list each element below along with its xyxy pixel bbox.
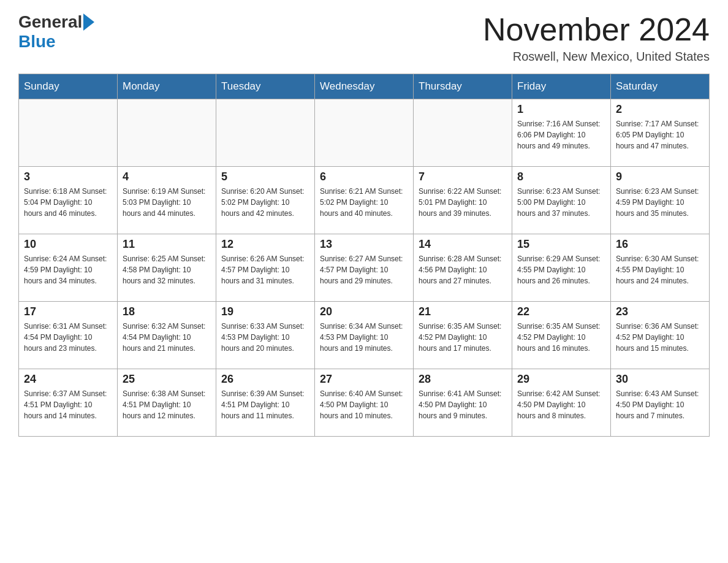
day-number: 24 xyxy=(24,373,112,386)
title-section: November 2024 Roswell, New Mexico, Unite… xyxy=(483,12,710,64)
calendar-cell: 1Sunrise: 7:16 AM Sunset: 6:06 PM Daylig… xyxy=(512,99,611,167)
day-of-week-header: Tuesday xyxy=(216,74,315,99)
day-info: Sunrise: 6:36 AM Sunset: 4:52 PM Dayligh… xyxy=(616,321,704,354)
day-number: 2 xyxy=(616,103,704,116)
day-info: Sunrise: 6:31 AM Sunset: 4:54 PM Dayligh… xyxy=(24,321,112,354)
calendar-cell: 2Sunrise: 7:17 AM Sunset: 6:05 PM Daylig… xyxy=(611,99,710,167)
calendar-cell: 15Sunrise: 6:29 AM Sunset: 4:55 PM Dayli… xyxy=(512,234,611,302)
logo: General Blue xyxy=(18,12,94,52)
calendar-cell: 6Sunrise: 6:21 AM Sunset: 5:02 PM Daylig… xyxy=(315,167,414,234)
day-info: Sunrise: 6:38 AM Sunset: 4:51 PM Dayligh… xyxy=(123,388,211,421)
day-number: 25 xyxy=(123,373,211,386)
calendar-cell: 30Sunrise: 6:43 AM Sunset: 4:50 PM Dayli… xyxy=(611,369,710,437)
day-info: Sunrise: 6:33 AM Sunset: 4:53 PM Dayligh… xyxy=(221,321,309,354)
day-info: Sunrise: 6:29 AM Sunset: 4:55 PM Dayligh… xyxy=(517,253,605,286)
calendar-cell: 27Sunrise: 6:40 AM Sunset: 4:50 PM Dayli… xyxy=(315,369,414,437)
day-number: 10 xyxy=(24,238,112,251)
calendar-cell: 18Sunrise: 6:32 AM Sunset: 4:54 PM Dayli… xyxy=(118,302,216,369)
calendar-cell: 13Sunrise: 6:27 AM Sunset: 4:57 PM Dayli… xyxy=(315,234,414,302)
day-info: Sunrise: 6:25 AM Sunset: 4:58 PM Dayligh… xyxy=(123,253,211,286)
calendar-cell: 16Sunrise: 6:30 AM Sunset: 4:55 PM Dayli… xyxy=(611,234,710,302)
month-title: November 2024 xyxy=(483,12,710,47)
day-number: 1 xyxy=(517,103,605,116)
day-number: 6 xyxy=(320,170,408,183)
calendar-cell: 19Sunrise: 6:33 AM Sunset: 4:53 PM Dayli… xyxy=(216,302,315,369)
calendar-cell xyxy=(118,99,216,167)
day-info: Sunrise: 6:18 AM Sunset: 5:04 PM Dayligh… xyxy=(24,186,112,219)
calendar-cell: 9Sunrise: 6:23 AM Sunset: 4:59 PM Daylig… xyxy=(611,167,710,234)
day-info: Sunrise: 6:42 AM Sunset: 4:50 PM Dayligh… xyxy=(517,388,605,421)
calendar-week-row: 3Sunrise: 6:18 AM Sunset: 5:04 PM Daylig… xyxy=(19,167,710,234)
day-number: 7 xyxy=(419,170,507,183)
day-number: 30 xyxy=(616,373,704,386)
logo-blue-text: Blue xyxy=(18,32,56,52)
day-number: 22 xyxy=(517,305,605,318)
calendar-cell: 24Sunrise: 6:37 AM Sunset: 4:51 PM Dayli… xyxy=(19,369,118,437)
calendar-cell: 22Sunrise: 6:35 AM Sunset: 4:52 PM Dayli… xyxy=(512,302,611,369)
calendar-table: SundayMondayTuesdayWednesdayThursdayFrid… xyxy=(18,74,710,437)
calendar-cell: 14Sunrise: 6:28 AM Sunset: 4:56 PM Dayli… xyxy=(414,234,512,302)
calendar-cell: 29Sunrise: 6:42 AM Sunset: 4:50 PM Dayli… xyxy=(512,369,611,437)
calendar-cell: 21Sunrise: 6:35 AM Sunset: 4:52 PM Dayli… xyxy=(414,302,512,369)
calendar-cell xyxy=(19,99,118,167)
calendar-cell: 11Sunrise: 6:25 AM Sunset: 4:58 PM Dayli… xyxy=(118,234,216,302)
page-header: General Blue November 2024 Roswell, New … xyxy=(18,12,710,64)
day-info: Sunrise: 6:32 AM Sunset: 4:54 PM Dayligh… xyxy=(123,321,211,354)
day-number: 8 xyxy=(517,170,605,183)
day-info: Sunrise: 6:35 AM Sunset: 4:52 PM Dayligh… xyxy=(517,321,605,354)
calendar-cell: 23Sunrise: 6:36 AM Sunset: 4:52 PM Dayli… xyxy=(611,302,710,369)
day-info: Sunrise: 6:41 AM Sunset: 4:50 PM Dayligh… xyxy=(419,388,507,421)
calendar-cell: 5Sunrise: 6:20 AM Sunset: 5:02 PM Daylig… xyxy=(216,167,315,234)
day-number: 19 xyxy=(221,305,309,318)
day-info: Sunrise: 6:27 AM Sunset: 4:57 PM Dayligh… xyxy=(320,253,408,286)
calendar-cell: 25Sunrise: 6:38 AM Sunset: 4:51 PM Dayli… xyxy=(118,369,216,437)
day-info: Sunrise: 6:30 AM Sunset: 4:55 PM Dayligh… xyxy=(616,253,704,286)
day-number: 14 xyxy=(419,238,507,251)
day-info: Sunrise: 6:20 AM Sunset: 5:02 PM Dayligh… xyxy=(221,186,309,219)
calendar-cell: 8Sunrise: 6:23 AM Sunset: 5:00 PM Daylig… xyxy=(512,167,611,234)
day-info: Sunrise: 6:19 AM Sunset: 5:03 PM Dayligh… xyxy=(123,186,211,219)
calendar-cell: 17Sunrise: 6:31 AM Sunset: 4:54 PM Dayli… xyxy=(19,302,118,369)
day-number: 4 xyxy=(123,170,211,183)
day-number: 3 xyxy=(24,170,112,183)
calendar-cell xyxy=(414,99,512,167)
day-of-week-header: Thursday xyxy=(414,74,512,99)
day-number: 16 xyxy=(616,238,704,251)
day-number: 18 xyxy=(123,305,211,318)
day-info: Sunrise: 6:37 AM Sunset: 4:51 PM Dayligh… xyxy=(24,388,112,421)
calendar-cell: 12Sunrise: 6:26 AM Sunset: 4:57 PM Dayli… xyxy=(216,234,315,302)
day-number: 9 xyxy=(616,170,704,183)
logo-general-text: General xyxy=(18,12,82,32)
day-info: Sunrise: 6:23 AM Sunset: 5:00 PM Dayligh… xyxy=(517,186,605,219)
day-of-week-header: Friday xyxy=(512,74,611,99)
day-info: Sunrise: 6:26 AM Sunset: 4:57 PM Dayligh… xyxy=(221,253,309,286)
calendar-week-row: 10Sunrise: 6:24 AM Sunset: 4:59 PM Dayli… xyxy=(19,234,710,302)
calendar-cell: 4Sunrise: 6:19 AM Sunset: 5:03 PM Daylig… xyxy=(118,167,216,234)
calendar-cell: 7Sunrise: 6:22 AM Sunset: 5:01 PM Daylig… xyxy=(414,167,512,234)
calendar-cell xyxy=(315,99,414,167)
day-info: Sunrise: 6:24 AM Sunset: 4:59 PM Dayligh… xyxy=(24,253,112,286)
day-info: Sunrise: 6:40 AM Sunset: 4:50 PM Dayligh… xyxy=(320,388,408,421)
day-info: Sunrise: 6:34 AM Sunset: 4:53 PM Dayligh… xyxy=(320,321,408,354)
day-of-week-header: Sunday xyxy=(19,74,118,99)
day-of-week-header: Monday xyxy=(118,74,216,99)
day-number: 20 xyxy=(320,305,408,318)
day-info: Sunrise: 6:22 AM Sunset: 5:01 PM Dayligh… xyxy=(419,186,507,219)
day-info: Sunrise: 6:43 AM Sunset: 4:50 PM Dayligh… xyxy=(616,388,704,421)
day-number: 28 xyxy=(419,373,507,386)
day-number: 29 xyxy=(517,373,605,386)
day-info: Sunrise: 7:17 AM Sunset: 6:05 PM Dayligh… xyxy=(616,118,704,151)
day-number: 27 xyxy=(320,373,408,386)
day-info: Sunrise: 6:23 AM Sunset: 4:59 PM Dayligh… xyxy=(616,186,704,219)
day-info: Sunrise: 6:21 AM Sunset: 5:02 PM Dayligh… xyxy=(320,186,408,219)
day-number: 11 xyxy=(123,238,211,251)
calendar-header-row: SundayMondayTuesdayWednesdayThursdayFrid… xyxy=(19,74,710,99)
calendar-week-row: 24Sunrise: 6:37 AM Sunset: 4:51 PM Dayli… xyxy=(19,369,710,437)
day-info: Sunrise: 6:28 AM Sunset: 4:56 PM Dayligh… xyxy=(419,253,507,286)
day-info: Sunrise: 6:35 AM Sunset: 4:52 PM Dayligh… xyxy=(419,321,507,354)
day-of-week-header: Wednesday xyxy=(315,74,414,99)
day-number: 12 xyxy=(221,238,309,251)
calendar-cell: 10Sunrise: 6:24 AM Sunset: 4:59 PM Dayli… xyxy=(19,234,118,302)
calendar-cell: 26Sunrise: 6:39 AM Sunset: 4:51 PM Dayli… xyxy=(216,369,315,437)
calendar-cell: 3Sunrise: 6:18 AM Sunset: 5:04 PM Daylig… xyxy=(19,167,118,234)
